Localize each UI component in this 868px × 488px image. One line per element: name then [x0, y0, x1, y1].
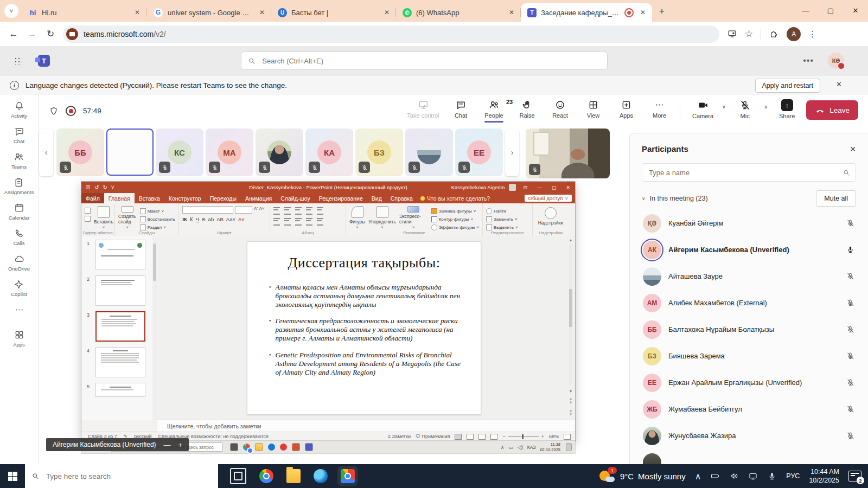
undo-icon[interactable]: ↺ — [94, 184, 99, 190]
align-right-icon[interactable] — [295, 218, 302, 226]
tab-close-icon[interactable]: ✕ — [257, 8, 267, 17]
back-icon[interactable]: ← — [4, 29, 23, 40]
zoom-slider[interactable]: −+ — [502, 434, 544, 439]
participant-row[interactable]: ЕЕЕржан Арайлым Ерғалиқызы (Unverified) — [630, 369, 868, 396]
video-tile-photo[interactable] — [256, 129, 303, 176]
shape-fill-button[interactable]: Заливка фигуры ˅ — [431, 208, 479, 214]
taskbar-search-input[interactable] — [45, 472, 212, 481]
font-color-button[interactable]: А˅ — [238, 216, 245, 222]
ppt-notes-bar[interactable]: Щелкните, чтобы добавить заметки — [157, 420, 575, 432]
ppt-tab-home[interactable]: Главная — [104, 193, 135, 203]
zoom-out-icon[interactable]: — — [164, 441, 171, 449]
quick-access-chevron-icon[interactable]: ˅ — [111, 184, 114, 190]
bold-button[interactable]: Ж — [182, 216, 187, 222]
tray-chevron-icon[interactable]: ∧ — [695, 471, 701, 481]
browser-profile-avatar[interactable]: A — [787, 27, 801, 41]
chrome-active-icon[interactable] — [341, 469, 355, 483]
indent-decrease-icon[interactable] — [295, 207, 302, 215]
case-button[interactable]: Aa˅ — [226, 216, 235, 222]
mute-all-button[interactable]: Mute all — [816, 190, 856, 207]
paste-button[interactable]: Вставить˅ — [94, 206, 113, 229]
arrange-button[interactable]: Упорядочить˅ — [368, 206, 396, 229]
ppt-quick-access-toolbar[interactable]: ↺ ↻ ˅ — [86, 184, 114, 190]
teams-search-box[interactable] — [241, 52, 608, 70]
participant-row[interactable]: ЖБЖумабаева Бейбитгул — [630, 396, 868, 422]
ppt-tab-view[interactable]: Вид — [367, 193, 386, 203]
participant-row[interactable]: АМАлибек Махамбетов (External) — [630, 290, 868, 316]
mic-muted-icon[interactable] — [846, 431, 855, 440]
underline-button[interactable]: Ч — [196, 216, 199, 222]
mic-muted-icon[interactable] — [846, 378, 855, 387]
charspacing-button[interactable]: АВ — [216, 216, 224, 222]
mic-button[interactable]: Mic — [730, 99, 760, 122]
more-button[interactable]: More — [644, 99, 674, 121]
video-tile[interactable]: ЕЕ — [455, 129, 503, 176]
normal-view-icon[interactable] — [455, 434, 462, 440]
slide-sorter-view-icon[interactable] — [467, 434, 474, 440]
powerpoint-icon[interactable] — [292, 443, 300, 451]
ppt-tab-slideshow[interactable]: Слайд-шоу — [276, 193, 314, 203]
find-button[interactable]: Найти — [486, 208, 518, 214]
columns-icon[interactable] — [317, 218, 323, 226]
mic-muted-icon[interactable] — [846, 325, 855, 334]
mic-muted-icon[interactable] — [846, 298, 855, 307]
mic-muted-icon[interactable] — [846, 219, 855, 228]
numbering-icon[interactable] — [284, 207, 291, 215]
line-spacing-icon[interactable] — [317, 207, 323, 215]
ppt-tab-review[interactable]: Рецензирование — [315, 193, 367, 203]
apps-button[interactable]: Apps — [611, 99, 641, 121]
weather-widget[interactable]: 1 9°CMostly sunny — [599, 470, 686, 483]
mic-muted-icon[interactable] — [846, 351, 855, 361]
comments-toggle[interactable]: 🗩 Примечания — [416, 434, 450, 439]
slide-thumbnail-5[interactable]: 5 — [95, 383, 150, 397]
new-tab-button[interactable]: + — [654, 4, 669, 19]
next-slide-icon[interactable]: ∨∨ — [568, 409, 573, 416]
select-button[interactable]: Выделить ˅ — [486, 224, 518, 230]
redo-icon[interactable]: ↻ — [103, 184, 107, 190]
teams-search-input[interactable] — [261, 56, 601, 66]
start-button[interactable] — [0, 472, 25, 481]
tray-display-icon[interactable]: ▭ — [508, 445, 513, 450]
teams-more-icon[interactable]: ••• — [803, 56, 814, 66]
forward-icon[interactable]: → — [23, 29, 41, 40]
sidebar-item-teams[interactable]: Teams — [11, 151, 27, 170]
participant-row[interactable]: ҚӘКуанбай Әйгерім — [630, 210, 868, 236]
replace-button[interactable]: Заменить ˅ — [486, 216, 518, 222]
mic-muted-icon[interactable] — [846, 272, 855, 281]
view-button[interactable]: View — [578, 99, 608, 121]
reset-button[interactable]: Восстановить — [140, 216, 175, 222]
reload-icon[interactable]: ↻ — [41, 28, 60, 40]
section-button[interactable]: Раздел ˅ — [140, 224, 175, 230]
notification-center-icon[interactable]: 2 — [848, 471, 861, 481]
sidebar-item-apps[interactable]: Apps — [13, 329, 25, 348]
ppt-restore-icon[interactable]: ▢ — [549, 185, 559, 190]
section-chevron-icon[interactable]: ∨ — [642, 196, 646, 201]
slide-thumbnail-1[interactable]: 1 — [95, 240, 150, 270]
align-left-icon[interactable] — [273, 218, 280, 226]
tab-search-icon[interactable]: ˅ — [4, 4, 18, 18]
minimize-button[interactable]: — — [793, 0, 818, 21]
bookmark-star-icon[interactable]: ☆ — [745, 28, 753, 40]
slide-thumbnail-2[interactable]: 2 — [95, 275, 150, 306]
participant-row-partial[interactable] — [630, 449, 868, 464]
notification-icon[interactable] — [566, 443, 572, 451]
bullets-icon[interactable] — [273, 207, 280, 215]
tab-close-icon[interactable]: ✕ — [382, 8, 392, 17]
video-tile[interactable]: КА — [305, 129, 353, 176]
ppt-tab-animations[interactable]: Анимация — [241, 193, 276, 203]
canvas-scrollbar[interactable]: ▲ ▼ ∧∧ ∨∨ — [568, 237, 573, 418]
shape-effects-button[interactable]: Эффекты фигуры ˅ — [431, 224, 479, 230]
scroll-down-icon[interactable]: ▼ — [568, 389, 573, 393]
gmail-icon[interactable] — [280, 444, 287, 451]
waffle-icon[interactable] — [14, 57, 22, 65]
sidebar-item-more[interactable] — [14, 304, 25, 316]
indent-increase-icon[interactable] — [306, 207, 312, 215]
participants-search-box[interactable] — [642, 163, 856, 182]
participant-row[interactable]: Жунусбаева Жазира — [630, 422, 868, 449]
slide-editor[interactable]: Диссертация тақырыбы: •Алматы қаласы мен… — [247, 241, 481, 415]
share-button[interactable]: ↑Share — [772, 99, 802, 122]
react-button[interactable]: React — [545, 99, 575, 121]
teams-app-icon[interactable] — [305, 443, 313, 451]
input-language[interactable]: РУС — [786, 472, 800, 480]
ppt-minimize-icon[interactable]: — — [534, 185, 545, 190]
